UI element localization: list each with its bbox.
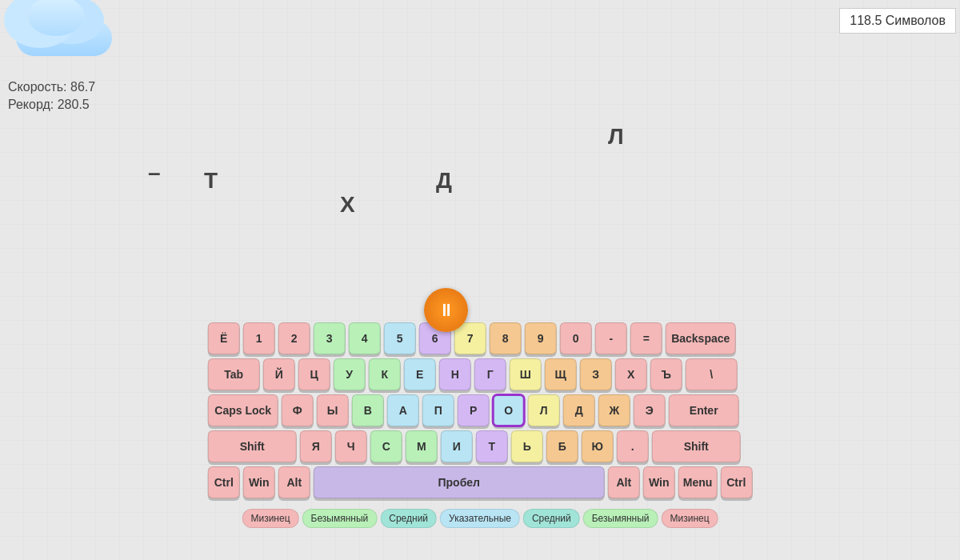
key-ж[interactable]: Ж	[598, 394, 630, 426]
finger-label: Средний	[523, 509, 580, 528]
keyboard-row-0: Ё1234567890-=Backspace	[208, 322, 736, 354]
key-win[interactable]: Win	[243, 466, 275, 498]
finger-label: Безымянный	[302, 509, 378, 528]
key-з[interactable]: З	[580, 358, 612, 390]
key-.[interactable]: .	[617, 430, 649, 462]
key-а[interactable]: А	[387, 394, 419, 426]
key-е[interactable]: Е	[404, 358, 436, 390]
score-display: 118.5 Символов	[839, 8, 956, 34]
key-л[interactable]: Л	[528, 394, 560, 426]
key-shift[interactable]: Shift	[652, 430, 741, 462]
key-э[interactable]: Э	[634, 394, 666, 426]
key-ь[interactable]: Ь	[511, 430, 543, 462]
key-2[interactable]: 2	[278, 322, 310, 354]
key-tab[interactable]: Tab	[208, 358, 260, 390]
key-пробел[interactable]: Пробел	[314, 466, 605, 498]
key-ю[interactable]: Ю	[582, 430, 614, 462]
finger-label: Средний	[380, 509, 437, 528]
key-я[interactable]: Я	[300, 430, 332, 462]
keyboard-row-1: TabЙЦУКЕНГШЩЗХЪ\	[208, 358, 738, 390]
key-б[interactable]: Б	[546, 430, 578, 462]
key-ё[interactable]: Ё	[208, 322, 240, 354]
key-enter[interactable]: Enter	[669, 394, 739, 426]
key-т[interactable]: Т	[476, 430, 508, 462]
key-ctrl[interactable]: Ctrl	[720, 466, 752, 498]
key-й[interactable]: Й	[263, 358, 295, 390]
falling-letter: Т	[204, 168, 218, 194]
key-ц[interactable]: Ц	[298, 358, 330, 390]
key-м[interactable]: М	[406, 430, 438, 462]
key-д[interactable]: Д	[563, 394, 595, 426]
falling-letter: –	[148, 160, 161, 186]
key-win[interactable]: Win	[643, 466, 675, 498]
key-ш[interactable]: Ш	[510, 358, 542, 390]
key-menu[interactable]: Menu	[678, 466, 718, 498]
key-8[interactable]: 8	[490, 322, 522, 354]
key-ч[interactable]: Ч	[335, 430, 367, 462]
record-label: Рекорд: 280.5	[8, 98, 95, 112]
key-0[interactable]: 0	[560, 322, 592, 354]
key-\[interactable]: \	[686, 358, 738, 390]
key-ы[interactable]: Ы	[317, 394, 349, 426]
keyboard-row-4: CtrlWinAltПробелAltWinMenuCtrl	[208, 466, 753, 498]
key-caps-lock[interactable]: Caps Lock	[208, 394, 278, 426]
key-у[interactable]: У	[334, 358, 366, 390]
key-х[interactable]: Х	[615, 358, 647, 390]
finger-legend-row: МизинецБезымянныйСреднийУказательныеСред…	[208, 509, 753, 528]
finger-label: Мизинец	[242, 509, 298, 528]
key-1[interactable]: 1	[243, 322, 275, 354]
key-9[interactable]: 9	[525, 322, 557, 354]
key-р[interactable]: Р	[458, 394, 490, 426]
key-alt[interactable]: Alt	[278, 466, 310, 498]
key-и[interactable]: И	[441, 430, 473, 462]
key-shift[interactable]: Shift	[208, 430, 297, 462]
key-4[interactable]: 4	[349, 322, 381, 354]
falling-letter: Х	[340, 192, 355, 218]
key-н[interactable]: Н	[439, 358, 471, 390]
key-3[interactable]: 3	[314, 322, 346, 354]
keyboard: Ё1234567890-=BackspaceTabЙЦУКЕНГШЩЗХЪ\Ca…	[208, 322, 753, 528]
falling-letter: Д	[436, 168, 452, 194]
key-п[interactable]: П	[422, 394, 454, 426]
key-backspace[interactable]: Backspace	[666, 322, 736, 354]
key-5[interactable]: 5	[384, 322, 416, 354]
key-г[interactable]: Г	[474, 358, 506, 390]
key-alt[interactable]: Alt	[608, 466, 640, 498]
speed-label: Скорость: 86.7	[8, 80, 95, 94]
key-о[interactable]: О	[493, 394, 525, 426]
finger-label: Безымянный	[583, 509, 658, 528]
key-щ[interactable]: Щ	[545, 358, 577, 390]
finger-label: Мизинец	[661, 509, 718, 528]
pause-button[interactable]	[424, 288, 468, 332]
stats-panel: Скорость: 86.7 Рекорд: 280.5	[8, 80, 95, 115]
key-с[interactable]: С	[370, 430, 402, 462]
key-=[interactable]: =	[630, 322, 662, 354]
cloud-decoration	[8, 4, 136, 76]
key-в[interactable]: В	[352, 394, 384, 426]
keyboard-row-2: Caps LockФЫВАПРОЛДЖЭEnter	[208, 394, 739, 426]
key-ctrl[interactable]: Ctrl	[208, 466, 240, 498]
key--[interactable]: -	[595, 322, 627, 354]
keyboard-row-3: ShiftЯЧСМИТЬБЮ.Shift	[208, 430, 741, 462]
finger-label: Указательные	[440, 509, 520, 528]
key-ф[interactable]: Ф	[282, 394, 314, 426]
key-ъ[interactable]: Ъ	[650, 358, 682, 390]
falling-letter: Л	[608, 124, 624, 150]
key-к[interactable]: К	[369, 358, 401, 390]
